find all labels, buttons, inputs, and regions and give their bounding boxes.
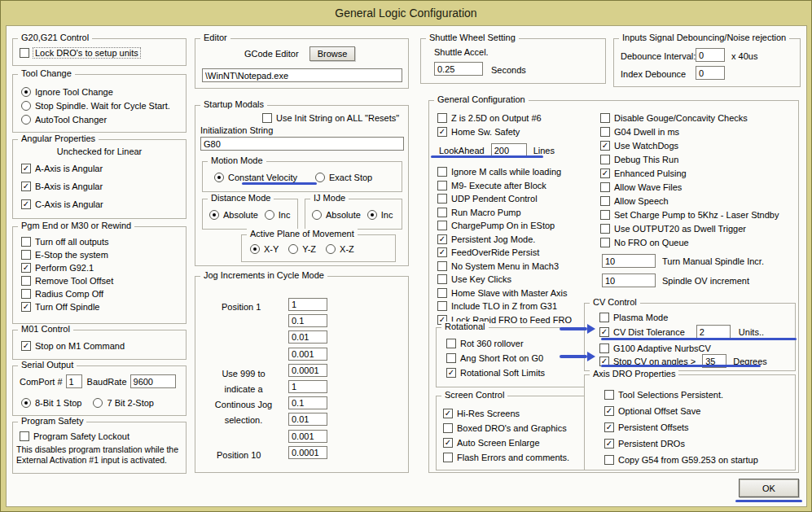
checkbox-row[interactable]: Z is 2.5D on Output #6 xyxy=(437,111,542,125)
checkbox[interactable]: ✓ xyxy=(604,406,614,416)
jog-increment-input[interactable] xyxy=(288,298,327,311)
radio-button[interactable] xyxy=(21,115,31,125)
radio-row[interactable]: X-Y xyxy=(250,242,279,256)
checkbox[interactable] xyxy=(437,167,447,177)
radio-button[interactable] xyxy=(21,398,31,408)
checkbox-row[interactable]: Use OUTPUT20 as Dwell Trigger xyxy=(600,221,779,235)
shuttle-accel-input[interactable] xyxy=(434,62,483,76)
checkbox-row[interactable]: ✓Auto Screen Enlarge xyxy=(443,435,569,450)
checkbox[interactable] xyxy=(600,127,610,137)
checkbox[interactable]: ✓ xyxy=(604,439,614,449)
jog-increment-input[interactable] xyxy=(288,430,327,443)
debounce-interval-input[interactable] xyxy=(696,48,725,62)
checkbox-row[interactable]: ✓Persistent Jog Mode. xyxy=(437,233,572,247)
checkbox[interactable] xyxy=(20,48,29,58)
cv-dist-tolerance-row[interactable]: ✓ CV Dist Tolerance Units.. xyxy=(599,325,764,339)
checkbox-row[interactable]: Radius Comp Off xyxy=(21,287,113,300)
radio-button[interactable] xyxy=(315,173,325,182)
initialization-string-input[interactable] xyxy=(200,137,404,151)
checkbox-row[interactable]: Include TLO in Z from G31 xyxy=(437,300,572,313)
radio-row[interactable]: Inc xyxy=(367,208,393,221)
radio-row[interactable]: Ignore Tool Change xyxy=(21,85,170,98)
checkbox-row[interactable]: E-Stop the system xyxy=(21,248,113,261)
checkbox[interactable] xyxy=(600,182,610,192)
checkbox-row[interactable]: ✓Persistent DROs xyxy=(604,435,758,452)
jog-increment-input[interactable] xyxy=(288,314,327,327)
checkbox[interactable] xyxy=(599,344,609,353)
checkbox[interactable] xyxy=(437,288,447,298)
checkbox[interactable] xyxy=(600,155,610,164)
checkbox[interactable] xyxy=(437,181,447,190)
checkbox[interactable] xyxy=(437,274,447,284)
jog-increment-input[interactable] xyxy=(288,413,327,426)
manual-spindle-incr-input[interactable] xyxy=(602,254,656,268)
checkbox-row[interactable]: Allow Wave Files xyxy=(600,180,779,194)
checkbox-row[interactable]: G04 Dwell in ms xyxy=(600,125,779,138)
checkbox[interactable]: ✓ xyxy=(443,438,453,448)
use-init-string-row[interactable]: Use Init String on ALL "Resets" xyxy=(262,111,399,125)
checkbox[interactable] xyxy=(600,210,610,220)
checkbox-row[interactable]: ChargePump On in EStop xyxy=(437,219,572,233)
checkbox-row[interactable]: ✓Enhanced Pulsing xyxy=(600,166,779,180)
checkbox[interactable] xyxy=(604,455,614,465)
checkbox[interactable] xyxy=(437,221,447,230)
checkbox[interactable] xyxy=(437,208,447,217)
checkbox[interactable]: ✓ xyxy=(21,302,31,312)
spindle-ov-input[interactable] xyxy=(602,274,656,287)
ok-button[interactable]: OK xyxy=(739,479,799,497)
checkbox[interactable] xyxy=(437,113,447,123)
checkbox[interactable]: ✓ xyxy=(437,247,447,257)
checkbox[interactable] xyxy=(443,453,453,462)
checkbox-row[interactable]: No System Menu in Mach3 xyxy=(437,260,572,274)
checkbox[interactable]: ✓ xyxy=(21,341,31,351)
checkbox[interactable] xyxy=(604,390,614,400)
radio-button[interactable] xyxy=(312,210,322,220)
radio-button[interactable] xyxy=(367,210,377,220)
checkbox[interactable]: ✓ xyxy=(599,327,609,337)
checkbox-row[interactable]: ✓Optional Offset Save xyxy=(604,403,758,419)
radio-button[interactable] xyxy=(326,244,336,254)
checkbox[interactable] xyxy=(600,113,610,123)
radio-row[interactable]: Inc xyxy=(265,208,291,221)
radio-row[interactable]: AutoTool Changer xyxy=(21,112,170,126)
checkbox[interactable]: ✓ xyxy=(21,182,31,191)
checkbox[interactable] xyxy=(599,313,609,322)
checkbox[interactable]: ✓ xyxy=(443,409,453,418)
checkbox-row[interactable]: No FRO on Queue xyxy=(600,235,779,249)
checkbox[interactable] xyxy=(443,423,453,433)
checkbox[interactable] xyxy=(437,194,447,203)
checkbox-row[interactable]: Debug This Run xyxy=(600,152,779,166)
checkbox[interactable]: ✓ xyxy=(437,127,447,137)
radio-button[interactable] xyxy=(209,210,219,220)
radio-button[interactable] xyxy=(265,210,274,220)
g100-adaptive-row[interactable]: G100 Adaptive NurbsCV xyxy=(599,341,711,355)
checkbox-row[interactable]: ✓C-Axis is Angular xyxy=(21,195,103,213)
checkbox[interactable] xyxy=(600,238,610,247)
checkbox-row[interactable]: ✓Persistent Offsets xyxy=(604,419,758,435)
radio-button[interactable] xyxy=(21,101,31,111)
checkbox-row[interactable]: Run Macro Pump xyxy=(437,206,572,220)
checkbox-row[interactable]: Set Charge Pump to 5Khz - Laser Stndby xyxy=(600,208,779,221)
checkbox[interactable] xyxy=(21,250,31,260)
gcode-editor-path-input[interactable] xyxy=(202,68,402,82)
radio-row[interactable]: Y-Z xyxy=(288,242,316,256)
radio-row[interactable]: X-Z xyxy=(326,242,354,256)
radio-button[interactable] xyxy=(21,87,31,97)
checkbox-row[interactable]: Use Key Clicks xyxy=(437,273,572,287)
radio-button[interactable] xyxy=(288,244,298,254)
index-debounce-input[interactable] xyxy=(696,66,725,80)
jog-increment-input[interactable] xyxy=(288,364,327,377)
checkbox-row[interactable]: ✓Turn Off Spindle xyxy=(21,300,113,313)
checkbox-row[interactable]: Flash Errors and comments. xyxy=(443,450,569,465)
jog-increment-input[interactable] xyxy=(288,380,327,393)
checkbox[interactable] xyxy=(21,237,31,247)
baudrate-input[interactable] xyxy=(130,374,176,388)
comport-input[interactable] xyxy=(66,374,82,388)
checkbox[interactable]: ✓ xyxy=(437,234,447,244)
checkbox-row[interactable]: ✓Home Sw. Safety xyxy=(437,125,542,138)
checkbox-row[interactable]: M9- Execute after Block xyxy=(437,179,572,193)
checkbox-row[interactable]: Program Safety Lockout xyxy=(20,429,129,443)
jog-increment-input[interactable] xyxy=(288,330,327,344)
checkbox[interactable]: ✓ xyxy=(600,168,610,178)
checkbox-row[interactable]: ✓Rotational Soft Limits xyxy=(446,365,545,380)
